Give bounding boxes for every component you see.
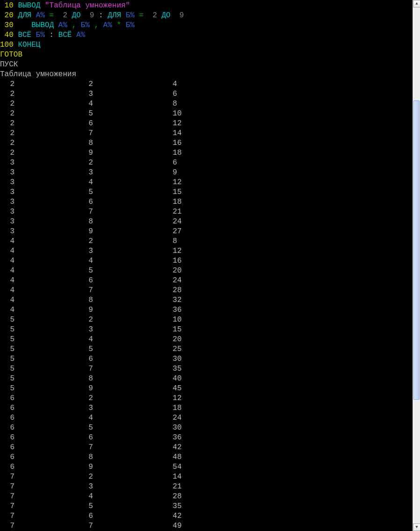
col-a: 6 <box>0 462 84 472</box>
col-a: 5 <box>0 325 84 335</box>
col-b: 2 <box>84 79 168 89</box>
col-product: 10 <box>168 109 182 119</box>
col-a: 4 <box>0 237 84 246</box>
table-row: 2 3 6 <box>0 89 413 99</box>
col-product: 21 <box>168 482 182 492</box>
table-row: 2 9 18 <box>0 148 413 158</box>
table-row: 3 6 18 <box>0 197 413 207</box>
col-b: 8 <box>84 374 168 384</box>
table-row: 7 7 49 <box>0 521 413 531</box>
table-row: 7 5 35 <box>0 502 413 511</box>
col-b: 2 <box>84 472 168 482</box>
table-row: 4 9 36 <box>0 305 413 315</box>
col-product: 12 <box>168 394 182 403</box>
col-a: 2 <box>0 79 84 89</box>
code-token: Б% <box>126 11 135 20</box>
table-row: 5 9 45 <box>0 384 413 394</box>
code-token: А% <box>103 21 112 29</box>
table-row: 5 3 15 <box>0 325 413 335</box>
scroll-up-button[interactable]: ▲ <box>413 0 420 7</box>
col-product: 9 <box>168 168 177 178</box>
col-b: 9 <box>84 462 168 472</box>
scrollbar-thumb[interactable] <box>413 100 420 400</box>
col-product: 32 <box>168 295 182 305</box>
code-token: "Таблица умножения" <box>45 1 130 10</box>
col-product: 6 <box>168 89 177 99</box>
table-row: 6 5 30 <box>0 423 413 433</box>
vertical-scrollbar[interactable]: ▲ ▼ <box>413 0 420 531</box>
col-a: 3 <box>0 227 84 237</box>
code-token: , <box>67 21 81 29</box>
col-a: 6 <box>0 413 84 423</box>
col-b: 7 <box>84 521 168 531</box>
code-token: ДЛЯ <box>107 11 125 20</box>
col-product: 54 <box>168 462 182 472</box>
col-b: 3 <box>84 482 168 492</box>
output-title: Таблица умножения <box>0 70 413 79</box>
col-b: 6 <box>84 433 168 443</box>
table-row: 2 2 4 <box>0 79 413 89</box>
col-a: 3 <box>0 158 84 168</box>
ready-text: ГОТОВ <box>0 50 22 59</box>
col-product: 42 <box>168 511 182 521</box>
col-a: 7 <box>0 502 84 511</box>
table-row: 6 8 48 <box>0 452 413 462</box>
col-b: 7 <box>84 286 168 295</box>
col-b: 5 <box>84 502 168 511</box>
table-row: 5 4 20 <box>0 335 413 344</box>
col-a: 3 <box>0 217 84 227</box>
table-row: 7 4 28 <box>0 492 413 502</box>
table-row: 2 5 10 <box>0 109 413 119</box>
code-token: * <box>112 21 126 29</box>
col-b: 6 <box>84 197 168 207</box>
col-product: 18 <box>168 148 182 158</box>
col-product: 21 <box>168 207 182 217</box>
col-a: 7 <box>0 511 84 521</box>
code-line: 10 ВЫВОД "Таблица умножения" <box>0 1 413 11</box>
code-token: А% <box>76 31 85 39</box>
col-b: 4 <box>84 492 168 502</box>
col-product: 18 <box>168 403 182 413</box>
code-token: КОНЕЦ <box>18 41 40 49</box>
table-row: 7 2 14 <box>0 472 413 482</box>
col-product: 45 <box>168 384 182 394</box>
scroll-down-button[interactable]: ▼ <box>413 524 420 531</box>
code-token: А% <box>36 11 45 20</box>
code-token: ВЫВОД <box>31 21 58 29</box>
code-token: Б% <box>126 21 135 29</box>
col-a: 3 <box>0 168 84 178</box>
col-product: 36 <box>168 305 182 315</box>
table-row: 2 7 14 <box>0 129 413 138</box>
code-token: ДЛЯ <box>18 11 36 20</box>
code-token: = <box>45 11 63 20</box>
col-b: 2 <box>84 394 168 403</box>
col-a: 6 <box>0 403 84 413</box>
col-a: 4 <box>0 246 84 256</box>
col-a: 6 <box>0 394 84 403</box>
col-b: 3 <box>84 89 168 99</box>
col-a: 2 <box>0 89 84 99</box>
col-b: 5 <box>84 423 168 433</box>
col-product: 12 <box>168 119 182 129</box>
scrollbar-track[interactable] <box>413 7 420 524</box>
code-line: 30 ВЫВОД А% , Б% , А% * Б% <box>0 21 413 30</box>
col-b: 6 <box>84 119 168 129</box>
code-token: = <box>135 11 152 20</box>
terminal-output[interactable]: 10 ВЫВОД "Таблица умножения" 20 ДЛЯ А% =… <box>0 0 413 531</box>
col-product: 27 <box>168 227 182 237</box>
col-b: 9 <box>84 384 168 394</box>
col-product: 10 <box>168 315 182 325</box>
col-b: 7 <box>84 207 168 217</box>
col-a: 4 <box>0 295 84 305</box>
table-row: 2 8 16 <box>0 138 413 148</box>
col-product: 16 <box>168 256 182 266</box>
col-a: 4 <box>0 286 84 295</box>
code-token: 2 <box>152 11 157 20</box>
table-row: 3 8 24 <box>0 217 413 227</box>
col-product: 30 <box>168 423 182 433</box>
code-token <box>18 21 31 29</box>
col-a: 3 <box>0 187 84 197</box>
table-row: 5 5 25 <box>0 344 413 354</box>
col-a: 4 <box>0 266 84 276</box>
col-a: 2 <box>0 99 84 109</box>
